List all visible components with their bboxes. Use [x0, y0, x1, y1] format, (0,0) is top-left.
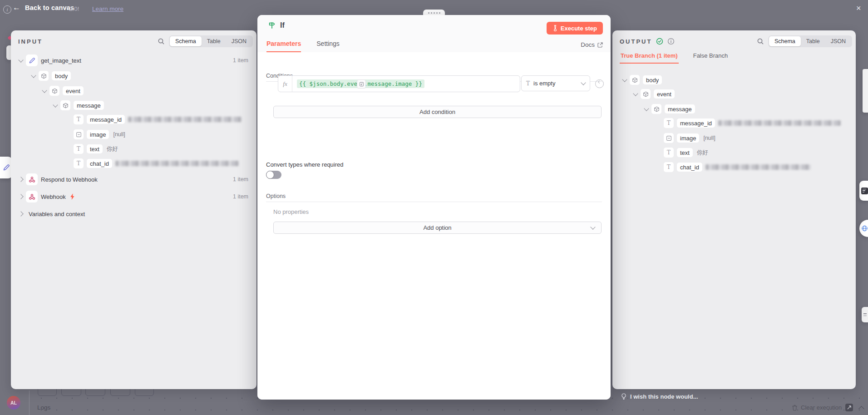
add-condition-label: Add condition: [419, 109, 455, 115]
tree-row-message[interactable]: message: [612, 104, 856, 114]
tree-row-message-id[interactable]: T message_id: [612, 118, 856, 128]
chevron-down-icon[interactable]: [42, 88, 47, 93]
field-name: chat_id: [677, 163, 702, 172]
close-icon[interactable]: ×: [856, 4, 861, 13]
node-name: get_image_text: [41, 57, 81, 64]
search-icon[interactable]: [158, 38, 165, 45]
chevron-down-icon: [590, 224, 595, 229]
docs-link[interactable]: Docs: [581, 41, 603, 48]
docs-label: Docs: [581, 41, 595, 48]
string-type-icon: T: [74, 144, 84, 154]
tab-table[interactable]: Table: [801, 36, 825, 46]
tree-row-image[interactable]: image [null]: [11, 129, 256, 140]
open-expression-editor-icon[interactable]: [357, 79, 366, 89]
tree-row-body[interactable]: body: [11, 70, 256, 81]
tree-row-message[interactable]: message: [11, 100, 256, 111]
object-type-icon: [630, 75, 640, 85]
chevron-right-icon[interactable]: [18, 211, 23, 216]
if-node-icon: [268, 21, 276, 30]
clear-execution-button[interactable]: Clear execution: [792, 404, 842, 411]
canvas-node-peek[interactable]: [859, 220, 868, 237]
tree-row-body[interactable]: body: [612, 74, 856, 85]
tree-row-text[interactable]: T text 你好: [612, 147, 856, 158]
flask-icon: [552, 25, 558, 31]
chevron-right-icon[interactable]: [18, 177, 23, 182]
tree-row-text[interactable]: T text 你好: [11, 143, 256, 154]
wish-label: I wish this node would...: [630, 393, 698, 400]
canvas-node-peek[interactable]: [859, 181, 868, 201]
condition-expression-input[interactable]: fx {{ $json.body.event.message.image }}: [278, 75, 520, 92]
selected-node-tab[interactable]: [0, 157, 12, 178]
fx-badge: fx: [278, 76, 292, 92]
tree-row-chat-id[interactable]: T chat_id: [11, 158, 256, 169]
add-option-select[interactable]: Add option: [273, 222, 602, 234]
tab-schema[interactable]: Schema: [170, 36, 202, 46]
field-name: text: [87, 144, 103, 153]
execute-step-button[interactable]: Execute step: [547, 22, 603, 35]
convert-types-toggle[interactable]: [266, 171, 281, 179]
back-to-canvas-button[interactable]: ← Back to canvas: [13, 4, 74, 11]
tree-row-event[interactable]: event: [11, 85, 256, 96]
tree-row-event[interactable]: event: [612, 89, 856, 99]
modal-body: Conditions fx {{ $json.body.event.messag…: [257, 52, 611, 400]
node-name: Webhook: [41, 193, 66, 200]
add-condition-button[interactable]: Add condition: [273, 106, 602, 118]
tab-parameters[interactable]: Parameters: [266, 40, 301, 52]
search-icon[interactable]: [757, 38, 764, 45]
row-variables-and-context[interactable]: Variables and context: [11, 208, 256, 219]
logs-label[interactable]: Logs: [37, 404, 50, 411]
null-type-icon: [664, 133, 674, 143]
popout-icon[interactable]: [845, 404, 853, 411]
tab-json[interactable]: JSON: [825, 36, 851, 46]
chevron-down-icon[interactable]: [644, 106, 649, 111]
field-name: body: [643, 75, 662, 84]
string-type-icon: T: [74, 158, 84, 168]
tab-json[interactable]: JSON: [226, 36, 252, 46]
info-icon[interactable]: [667, 38, 675, 45]
chevron-down-icon[interactable]: [633, 91, 638, 96]
chevron-down-icon[interactable]: [18, 57, 23, 62]
field-name: body: [52, 71, 71, 80]
clear-execution-label: Clear execution: [801, 404, 842, 411]
operator-value: is empty: [533, 80, 555, 87]
field-name: message: [74, 101, 104, 110]
field-value: [null]: [703, 135, 715, 141]
avatar[interactable]: AL: [7, 396, 20, 410]
tree-row-root-node[interactable]: get_image_text 1 item: [11, 55, 256, 66]
wish-feedback-button[interactable]: I wish this node would...: [621, 393, 698, 400]
chevron-right-icon[interactable]: [18, 194, 23, 199]
tab-table[interactable]: Table: [202, 36, 226, 46]
field-name: message: [665, 104, 695, 114]
tab-settings[interactable]: Settings: [316, 40, 340, 52]
tree-row-chat-id[interactable]: T chat_id: [612, 162, 856, 173]
back-arrow-icon: ←: [13, 4, 20, 11]
chevron-down-icon[interactable]: [31, 73, 36, 78]
convert-types-label: Convert types where required: [266, 161, 344, 168]
node-row-webhook[interactable]: Webhook 1 item: [11, 191, 256, 202]
field-name: event: [654, 89, 675, 99]
webhook-node-icon: [26, 191, 38, 203]
banner-learn-more-link[interactable]: Learn more: [92, 5, 123, 12]
tree-row-image[interactable]: image [null]: [612, 133, 856, 143]
options-section-label: Options: [266, 193, 286, 199]
tab-true-branch[interactable]: True Branch (1 item): [620, 52, 679, 64]
globe-icon: [861, 223, 868, 234]
condition-options-icon[interactable]: [595, 79, 604, 88]
chevron-down-icon[interactable]: [622, 77, 627, 82]
redacted-value: [705, 164, 811, 170]
tree-row-message-id[interactable]: T message_id: [11, 114, 256, 125]
trash-icon: [792, 405, 798, 411]
condition-operator-select[interactable]: T is empty: [521, 75, 590, 91]
output-view-tab-group: Schema Table JSON: [768, 35, 852, 47]
node-row-respond-to-webhook[interactable]: Respond to Webhook 1 item: [11, 174, 256, 185]
tab-false-branch[interactable]: False Branch: [692, 52, 729, 64]
object-type-icon: [60, 100, 70, 110]
field-value: 你好: [697, 149, 708, 157]
tab-schema[interactable]: Schema: [769, 36, 801, 46]
chevron-down-icon[interactable]: [53, 102, 58, 107]
item-count: 1 item: [233, 176, 248, 183]
string-type-icon: T: [74, 114, 84, 124]
field-value: 你好: [107, 145, 118, 153]
null-type-icon: [74, 129, 84, 139]
string-type-icon: T: [664, 148, 674, 158]
